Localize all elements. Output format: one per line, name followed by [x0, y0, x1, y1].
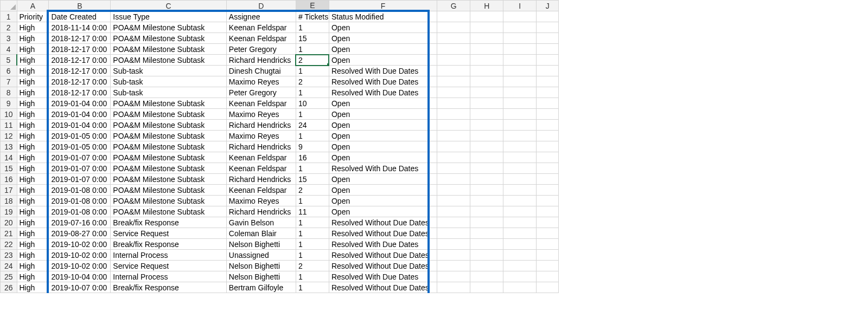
cell[interactable]: Open	[329, 152, 437, 163]
cell[interactable]	[503, 163, 537, 174]
col-header-B[interactable]: B	[49, 1, 111, 11]
cell[interactable]: 2019-01-08 0:00	[49, 196, 111, 206]
cell[interactable]: High	[17, 76, 49, 87]
cell[interactable]	[437, 76, 470, 87]
cell[interactable]: Break/fix Response	[111, 239, 227, 250]
cell[interactable]: Resolved With Due Dates	[329, 87, 437, 98]
col-header-G[interactable]: G	[437, 1, 470, 11]
cell[interactable]	[470, 55, 503, 66]
cell[interactable]	[470, 120, 503, 131]
cell[interactable]	[503, 271, 537, 282]
cell[interactable]: Open	[329, 196, 437, 206]
cell[interactable]: Resolved With Due Dates	[329, 76, 437, 87]
cell[interactable]: High	[17, 185, 49, 196]
cell[interactable]: High	[17, 120, 49, 131]
cell[interactable]: 2019-10-02 0:00	[49, 250, 111, 261]
cell[interactable]	[437, 282, 470, 293]
cell[interactable]: High	[17, 87, 49, 98]
cell[interactable]	[437, 141, 470, 152]
cell[interactable]: 2019-01-08 0:00	[49, 185, 111, 196]
row-header[interactable]: 17	[1, 185, 17, 196]
cell[interactable]	[470, 217, 503, 228]
cell[interactable]: POA&M Milestone Subtask	[111, 174, 227, 185]
cell[interactable]: Open	[329, 109, 437, 120]
cell[interactable]: High	[17, 217, 49, 228]
row-header[interactable]: 25	[1, 271, 17, 282]
cell[interactable]	[537, 250, 559, 261]
cell[interactable]	[537, 22, 559, 33]
cell[interactable]: High	[17, 66, 49, 76]
cell[interactable]: Resolved Without Due Dates	[329, 261, 437, 271]
cell[interactable]	[503, 76, 537, 87]
cell[interactable]	[470, 250, 503, 261]
cell[interactable]: Open	[329, 174, 437, 185]
row-header[interactable]: 10	[1, 109, 17, 120]
cell[interactable]: 1	[296, 239, 329, 250]
cell[interactable]	[503, 174, 537, 185]
cell[interactable]	[537, 196, 559, 206]
cell[interactable]	[503, 152, 537, 163]
cell[interactable]: Keenan Feldspar	[226, 22, 296, 33]
cell[interactable]	[537, 217, 559, 228]
cell[interactable]	[537, 55, 559, 66]
cell[interactable]	[437, 87, 470, 98]
cell[interactable]: 2019-01-07 0:00	[49, 163, 111, 174]
cell[interactable]: High	[17, 22, 49, 33]
cell[interactable]: 2019-10-04 0:00	[49, 271, 111, 282]
cell[interactable]	[437, 120, 470, 131]
cell[interactable]: 1	[296, 228, 329, 239]
cell[interactable]: 24	[296, 120, 329, 131]
cell[interactable]: 15	[296, 33, 329, 44]
cell[interactable]: Resolved With Due Dates	[329, 271, 437, 282]
cell[interactable]	[537, 44, 559, 55]
cell[interactable]: High	[17, 152, 49, 163]
cell[interactable]: 2	[296, 261, 329, 271]
cell[interactable]: High	[17, 239, 49, 250]
cell[interactable]	[537, 271, 559, 282]
cell[interactable]: Maximo Reyes	[226, 109, 296, 120]
cell[interactable]	[503, 11, 537, 22]
cell[interactable]	[437, 55, 470, 66]
row-header[interactable]: 15	[1, 163, 17, 174]
cell[interactable]: 10	[296, 98, 329, 109]
row-header[interactable]: 22	[1, 239, 17, 250]
cell[interactable]	[437, 261, 470, 271]
cell[interactable]: Open	[329, 141, 437, 152]
cell[interactable]	[503, 261, 537, 271]
cell[interactable]: 2018-12-17 0:00	[49, 66, 111, 76]
cell[interactable]: Resolved With Due Dates	[329, 163, 437, 174]
cell[interactable]	[470, 33, 503, 44]
cell[interactable]: 1	[296, 282, 329, 293]
cell[interactable]: 2019-01-04 0:00	[49, 120, 111, 131]
cell[interactable]: 16	[296, 152, 329, 163]
cell[interactable]	[470, 282, 503, 293]
cell[interactable]: High	[17, 271, 49, 282]
cell[interactable]	[537, 141, 559, 152]
cell[interactable]	[470, 185, 503, 196]
cell[interactable]	[470, 239, 503, 250]
cell[interactable]	[503, 98, 537, 109]
cell[interactable]	[437, 206, 470, 217]
cell[interactable]: POA&M Milestone Subtask	[111, 33, 227, 44]
cell[interactable]: 2019-01-04 0:00	[49, 98, 111, 109]
cell[interactable]	[470, 228, 503, 239]
select-all-corner[interactable]	[1, 1, 17, 11]
cell[interactable]: Keenan Feldspar	[226, 185, 296, 196]
cell[interactable]: Keenan Feldspar	[226, 152, 296, 163]
cell[interactable]	[470, 141, 503, 152]
cell[interactable]: High	[17, 261, 49, 271]
cell[interactable]: 1	[296, 44, 329, 55]
cell[interactable]: POA&M Milestone Subtask	[111, 206, 227, 217]
cell[interactable]	[470, 66, 503, 76]
cell[interactable]	[537, 76, 559, 87]
cell[interactable]	[437, 131, 470, 141]
cell[interactable]: POA&M Milestone Subtask	[111, 120, 227, 131]
cell[interactable]: 2019-01-05 0:00	[49, 131, 111, 141]
cell[interactable]	[470, 174, 503, 185]
cell[interactable]: Richard Hendricks	[226, 174, 296, 185]
cell[interactable]: Open	[329, 55, 437, 66]
cell[interactable]: Open	[329, 206, 437, 217]
cell[interactable]: POA&M Milestone Subtask	[111, 185, 227, 196]
cell[interactable]: Gavin Belson	[226, 217, 296, 228]
cell[interactable]: Date Created	[49, 11, 111, 22]
